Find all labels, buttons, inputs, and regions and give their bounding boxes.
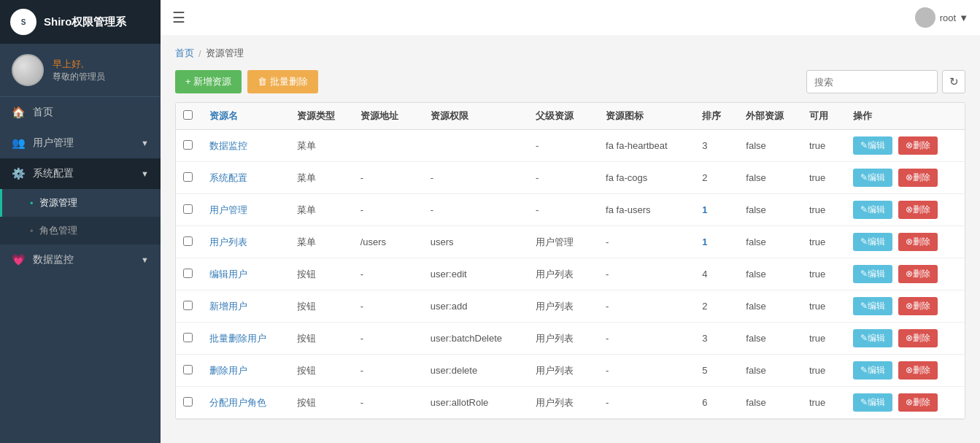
edit-button[interactable]: ✎编辑 <box>853 233 892 251</box>
delete-button[interactable]: ⊗删除 <box>898 329 938 347</box>
edit-button[interactable]: ✎编辑 <box>853 329 892 347</box>
select-all-checkbox[interactable] <box>183 110 193 120</box>
row-name: 删除用户 <box>202 355 290 387</box>
avatar <box>12 54 44 86</box>
row-icon: fa fa-cogs <box>598 162 695 194</box>
row-checkbox[interactable] <box>183 140 193 150</box>
row-url: - <box>353 387 423 419</box>
row-checkbox-cell <box>176 355 202 387</box>
row-icon: - <box>598 355 695 387</box>
edit-button[interactable]: ✎编辑 <box>853 265 892 283</box>
edit-button[interactable]: ✎编辑 <box>853 361 892 380</box>
heartbeat-icon: 💗 <box>12 253 26 266</box>
row-checkbox[interactable] <box>183 301 193 310</box>
row-checkbox[interactable] <box>183 269 193 278</box>
delete-button[interactable]: ⊗删除 <box>898 169 938 187</box>
row-order: 2 <box>695 162 738 194</box>
breadcrumb-current: 资源管理 <box>206 47 244 60</box>
topbar-right: root ▼ <box>915 7 968 28</box>
row-action: ✎编辑 ⊗删除 <box>846 162 965 194</box>
hamburger-icon[interactable]: ☰ <box>172 9 185 26</box>
gear-icon: ⚙️ <box>12 167 26 180</box>
col-header-type: 资源类型 <box>290 103 353 130</box>
row-name: 新增用户 <box>202 290 290 323</box>
delete-button[interactable]: ⊗删除 <box>898 136 938 155</box>
table-row: 新增用户 按钮 - user:add 用户列表 - 2 false true ✎… <box>176 290 965 323</box>
delete-button[interactable]: ⊗删除 <box>898 297 938 315</box>
row-action: ✎编辑 ⊗删除 <box>846 355 965 387</box>
row-url: - <box>353 323 423 355</box>
sidebar-item-resource-mgmt[interactable]: 资源管理 <box>0 189 161 217</box>
row-url: - <box>353 258 423 290</box>
breadcrumb-home[interactable]: 首页 <box>175 47 194 60</box>
user-dropdown[interactable]: root ▼ <box>940 12 968 23</box>
sidebar-item-sys-label: 系统配置 <box>33 167 74 180</box>
row-name: 编辑用户 <box>202 258 290 290</box>
row-checkbox-cell <box>176 130 202 162</box>
row-action: ✎编辑 ⊗删除 <box>846 226 965 258</box>
row-type: 按钮 <box>290 290 353 323</box>
topbar-dropdown-arrow: ▼ <box>959 12 968 23</box>
col-header-ext: 外部资源 <box>738 103 802 130</box>
row-checkbox[interactable] <box>183 236 193 246</box>
search-input[interactable] <box>806 70 938 93</box>
row-type: 菜单 <box>290 130 353 162</box>
table-row: 数据监控 菜单 - fa fa-heartbeat 3 false true ✎… <box>176 130 965 162</box>
row-order: 1 <box>695 194 738 226</box>
row-checkbox-cell <box>176 387 202 419</box>
row-parent: 用户列表 <box>528 387 598 419</box>
edit-button[interactable]: ✎编辑 <box>853 297 892 315</box>
edit-button[interactable]: ✎编辑 <box>853 201 892 219</box>
toolbar: + 新增资源 🗑 批量删除 ↻ <box>175 70 965 93</box>
delete-button[interactable]: ⊗删除 <box>898 201 938 219</box>
batch-delete-button[interactable]: 🗑 批量删除 <box>247 70 318 93</box>
delete-button[interactable]: ⊗删除 <box>898 233 938 251</box>
sidebar-item-user-mgmt[interactable]: 👥 用户管理 ▼ <box>0 128 161 158</box>
main-content: ☰ root ▼ 首页 / 资源管理 + 新增资源 🗑 批量删除 <box>161 0 980 443</box>
edit-button[interactable]: ✎编辑 <box>853 393 892 412</box>
col-header-perm: 资源权限 <box>423 103 528 130</box>
sidebar-item-home[interactable]: 🏠 首页 <box>0 97 161 128</box>
sidebar-item-data-label: 数据监控 <box>33 253 74 266</box>
sidebar-item-sys-config[interactable]: ⚙️ 系统配置 ▼ <box>0 158 161 189</box>
col-header-check <box>176 103 202 130</box>
sidebar-item-role-mgmt[interactable]: 角色管理 <box>0 217 161 244</box>
row-checkbox-cell <box>176 258 202 290</box>
row-checkbox[interactable] <box>183 172 193 182</box>
row-ext: false <box>738 387 802 419</box>
row-url: /users <box>353 226 423 258</box>
refresh-button[interactable]: ↻ <box>942 70 965 93</box>
row-type: 按钮 <box>290 387 353 419</box>
row-ext: false <box>738 226 802 258</box>
delete-button[interactable]: ⊗删除 <box>898 265 938 283</box>
row-name: 系统配置 <box>202 162 290 194</box>
add-resource-button[interactable]: + 新增资源 <box>175 70 242 93</box>
row-icon: - <box>598 387 695 419</box>
row-checkbox[interactable] <box>183 365 193 374</box>
row-ext: false <box>738 130 802 162</box>
toolbar-right: ↻ <box>806 70 965 93</box>
row-checkbox[interactable] <box>183 204 193 214</box>
sidebar-header: S Shiro权限管理系 <box>0 0 161 44</box>
row-checkbox[interactable] <box>183 333 193 342</box>
row-parent: 用户列表 <box>528 290 598 323</box>
app-title: Shiro权限管理系 <box>44 15 126 29</box>
row-order: 4 <box>695 258 738 290</box>
edit-button[interactable]: ✎编辑 <box>853 136 892 155</box>
sidebar-item-data-monitor[interactable]: 💗 数据监控 ▼ <box>0 244 161 275</box>
row-order: 3 <box>695 130 738 162</box>
delete-button[interactable]: ⊗删除 <box>898 361 938 380</box>
row-action: ✎编辑 ⊗删除 <box>846 323 965 355</box>
delete-button[interactable]: ⊗删除 <box>898 393 938 412</box>
page-content: 首页 / 资源管理 + 新增资源 🗑 批量删除 ↻ <box>161 35 980 443</box>
row-checkbox[interactable] <box>183 397 193 407</box>
data-monitor-arrow: ▼ <box>141 255 149 264</box>
row-avail: true <box>802 258 846 290</box>
row-avail: true <box>802 387 846 419</box>
edit-button[interactable]: ✎编辑 <box>853 169 892 187</box>
row-icon: - <box>598 258 695 290</box>
table-row: 分配用户角色 按钮 - user:allotRole 用户列表 - 6 fals… <box>176 387 965 419</box>
row-type: 菜单 <box>290 162 353 194</box>
row-perm: user:allotRole <box>423 387 528 419</box>
row-type: 菜单 <box>290 194 353 226</box>
